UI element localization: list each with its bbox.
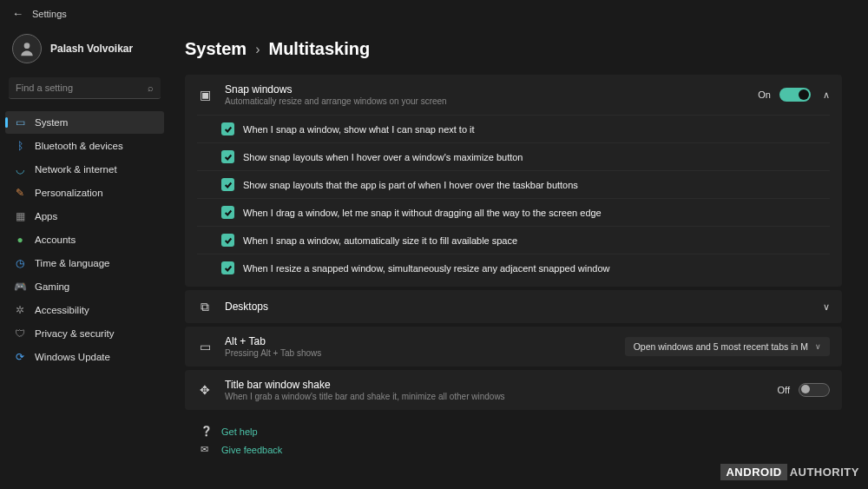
globe-icon: ◷: [14, 257, 26, 269]
main-content: System › Multitasking ▣ Snap windows Aut…: [169, 27, 868, 489]
chevron-down-icon: ∨: [815, 342, 821, 351]
checkbox-icon[interactable]: [221, 234, 234, 247]
snap-option-4[interactable]: When I snap a window, automatically size…: [197, 226, 830, 254]
checkbox-icon[interactable]: [221, 261, 234, 274]
wifi-icon: ◡: [14, 163, 26, 175]
sidebar-item-network[interactable]: ◡ Network & internet: [5, 158, 164, 181]
check-label: When I resize a snapped window, simultan…: [243, 263, 610, 274]
link-label: Get help: [221, 426, 258, 437]
snap-windows-card: ▣ Snap windows Automatically resize and …: [185, 75, 842, 287]
link-label: Give feedback: [221, 445, 282, 455]
select-value: Open windows and 5 most recent tabs in M: [634, 341, 808, 352]
sidebar-item-label: Accessibility: [35, 305, 89, 315]
sidebar-item-label: Time & language: [35, 258, 110, 268]
checkbox-icon[interactable]: [221, 150, 234, 163]
card-subtitle: Pressing Alt + Tab shows: [225, 348, 625, 358]
card-subtitle: Automatically resize and arrange windows…: [225, 96, 758, 106]
checkbox-icon[interactable]: [221, 122, 234, 135]
sidebar-item-accounts[interactable]: ● Accounts: [5, 228, 164, 251]
card-title: Desktops: [225, 301, 819, 313]
accessibility-icon: ✲: [14, 304, 26, 316]
snap-windows-header[interactable]: ▣ Snap windows Automatically resize and …: [185, 75, 842, 115]
alt-tab-select[interactable]: Open windows and 5 most recent tabs in M…: [625, 337, 830, 356]
app-title: Settings: [32, 9, 67, 19]
watermark: ANDROID AUTHORITY: [720, 464, 859, 480]
check-label: When I snap a window, automatically size…: [243, 235, 517, 246]
snap-option-1[interactable]: Show snap layouts when I hover over a wi…: [197, 142, 830, 170]
breadcrumb-parent[interactable]: System: [185, 39, 247, 59]
system-icon: ▭: [14, 116, 26, 129]
check-label: When I drag a window, let me snap it wit…: [243, 208, 602, 218]
person-icon: ●: [14, 234, 26, 246]
sidebar-item-label: Privacy & security: [35, 328, 114, 339]
bluetooth-icon: ᛒ: [14, 140, 26, 152]
sidebar-item-gaming[interactable]: 🎮 Gaming: [5, 275, 164, 298]
sidebar-item-label: Network & internet: [35, 164, 117, 175]
chevron-down-icon[interactable]: ∨: [823, 301, 830, 313]
breadcrumb-current: Multitasking: [268, 39, 370, 59]
desktops-icon: ⧉: [197, 299, 213, 314]
give-feedback-link[interactable]: ✉ Give feedback: [188, 440, 838, 459]
sidebar-item-label: Accounts: [35, 235, 76, 245]
sidebar-item-label: Windows Update: [35, 352, 110, 362]
watermark-authority: AUTHORITY: [790, 466, 859, 479]
snap-option-5[interactable]: When I resize a snapped window, simultan…: [197, 254, 830, 281]
chevron-up-icon[interactable]: ∧: [823, 89, 830, 101]
card-subtitle: When I grab a window's title bar and sha…: [225, 392, 778, 401]
sidebar-item-label: Gaming: [35, 281, 69, 292]
apps-icon: ▦: [14, 210, 26, 222]
card-title: Title bar window shake: [225, 379, 778, 391]
snap-toggle[interactable]: [779, 88, 811, 102]
sidebar-item-accessibility[interactable]: ✲ Accessibility: [5, 299, 164, 321]
sidebar-item-apps[interactable]: ▦ Apps: [5, 205, 164, 228]
alt-tab-card: ▭ Alt + Tab Pressing Alt + Tab shows Ope…: [185, 327, 842, 367]
snap-option-3[interactable]: When I drag a window, let me snap it wit…: [197, 198, 830, 226]
sidebar-item-label: Apps: [35, 211, 57, 221]
watermark-android: ANDROID: [720, 464, 786, 480]
sidebar-item-time[interactable]: ◷ Time & language: [5, 252, 164, 274]
feedback-icon: ✉: [201, 444, 213, 455]
sidebar-item-privacy[interactable]: 🛡 Privacy & security: [5, 322, 164, 345]
breadcrumb: System › Multitasking: [185, 27, 842, 75]
sidebar-item-label: System: [35, 117, 68, 128]
card-title: Alt + Tab: [225, 335, 625, 347]
chevron-right-icon: ›: [255, 42, 260, 57]
status-label: On: [758, 89, 771, 100]
sidebar-item-label: Personalization: [35, 188, 103, 198]
title-bar-shake-card: ✥ Title bar window shake When I grab a w…: [185, 370, 842, 410]
card-title: Snap windows: [225, 83, 758, 96]
shake-toggle[interactable]: [799, 383, 830, 397]
profile-block[interactable]: Palash Volvoikar: [5, 27, 164, 74]
check-label: Show snap layouts when I hover over a wi…: [243, 152, 523, 162]
sidebar-item-label: Bluetooth & devices: [35, 141, 123, 151]
shake-icon: ✥: [197, 382, 213, 398]
sidebar-item-system[interactable]: ▭ System: [5, 111, 164, 134]
help-icon: ❔: [201, 426, 213, 437]
back-button[interactable]: ←: [12, 7, 23, 20]
gamepad-icon: 🎮: [14, 281, 26, 293]
sidebar-item-update[interactable]: ⟳ Windows Update: [5, 346, 164, 368]
checkbox-icon[interactable]: [221, 206, 234, 219]
search-input[interactable]: [16, 83, 148, 93]
snap-option-0[interactable]: When I snap a window, show what I can sn…: [197, 115, 830, 142]
paintbrush-icon: ✎: [14, 187, 26, 199]
search-icon: ⌕: [148, 83, 154, 93]
shield-icon: 🛡: [14, 327, 26, 340]
get-help-link[interactable]: ❔ Get help: [188, 422, 838, 440]
sidebar-nav: ▭ System ᛒ Bluetooth & devices ◡ Network…: [5, 111, 164, 368]
desktops-card[interactable]: ⧉ Desktops ∨: [185, 290, 842, 323]
help-links: ❔ Get help ✉ Give feedback: [185, 413, 842, 467]
avatar-icon: [12, 34, 42, 63]
sidebar-item-bluetooth[interactable]: ᛒ Bluetooth & devices: [5, 135, 164, 157]
profile-name: Palash Volvoikar: [50, 43, 133, 55]
update-icon: ⟳: [14, 351, 26, 363]
status-label: Off: [778, 385, 790, 395]
snap-icon: ▣: [197, 87, 213, 102]
alt-tab-icon: ▭: [197, 339, 213, 354]
snap-options-list: When I snap a window, show what I can sn…: [185, 115, 842, 287]
snap-option-2[interactable]: Show snap layouts that the app is part o…: [197, 170, 830, 198]
check-label: Show snap layouts that the app is part o…: [243, 180, 578, 190]
checkbox-icon[interactable]: [221, 178, 234, 191]
search-input-wrap[interactable]: ⌕: [9, 77, 161, 99]
sidebar-item-personalization[interactable]: ✎ Personalization: [5, 182, 164, 204]
